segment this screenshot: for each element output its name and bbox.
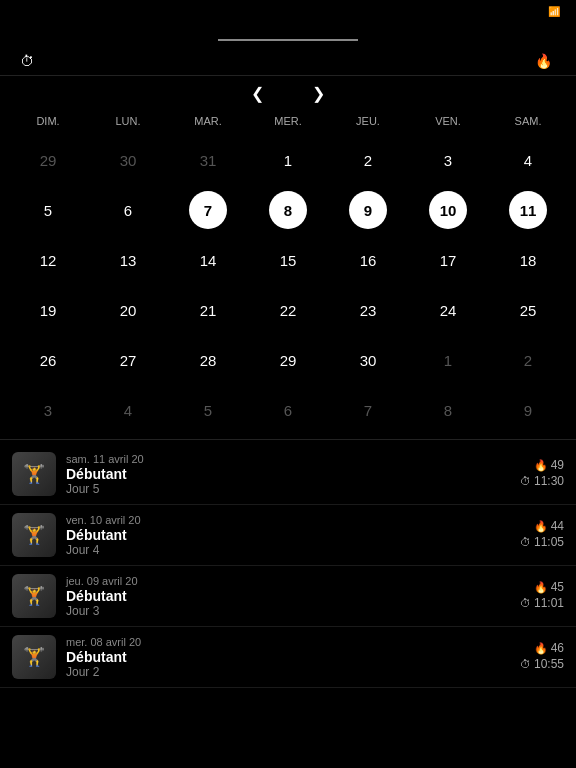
time-value: 11:01 [534, 596, 564, 610]
calendar-cell[interactable]: 6 [88, 185, 168, 235]
cal-day-name: SAM. [488, 111, 568, 131]
thumbnail-image: 🏋 [12, 574, 56, 618]
calendar-cell[interactable]: 21 [168, 285, 248, 335]
calendar-cell[interactable]: 1 [248, 135, 328, 185]
calendar-week: 19202122232425 [8, 285, 568, 335]
status-bar: 📶 [0, 0, 576, 22]
workout-info: mer. 08 avril 20 Débutant Jour 2 [66, 636, 510, 679]
calendar-cell[interactable]: 8 [408, 385, 488, 435]
cal-day-name: MER. [248, 111, 328, 131]
prev-month-button[interactable]: ❮ [251, 84, 264, 103]
calendar-cell[interactable]: 27 [88, 335, 168, 385]
thumbnail-image: 🏋 [12, 452, 56, 496]
calendar-week: 3456789 [8, 385, 568, 435]
calendar-cell[interactable]: 9 [328, 185, 408, 235]
time-stat: ⏱ 10:55 [520, 657, 564, 671]
calendar-cell[interactable]: 20 [88, 285, 168, 335]
calendar-cell[interactable]: 1 [408, 335, 488, 385]
list-item[interactable]: 🏋 sam. 11 avril 20 Débutant Jour 5 🔥 49 … [0, 444, 576, 505]
workout-date: sam. 11 avril 20 [66, 453, 510, 465]
workout-info: jeu. 09 avril 20 Débutant Jour 3 [66, 575, 510, 618]
flame-icon: 🔥 [534, 520, 548, 533]
calendar-week: 262728293012 [8, 335, 568, 385]
time-stat: ⏱ 11:30 [520, 474, 564, 488]
app-header [0, 22, 576, 29]
workout-date: mer. 08 avril 20 [66, 636, 510, 648]
workout-thumbnail: 🏋 [12, 574, 56, 618]
workout-info: sam. 11 avril 20 Débutant Jour 5 [66, 453, 510, 496]
calendar-cell[interactable]: 26 [8, 335, 88, 385]
clock-icon: ⏱ [520, 597, 531, 609]
timer-icon: ⏱ [20, 53, 34, 69]
cal-day-name: JEU. [328, 111, 408, 131]
workout-name: Débutant [66, 649, 510, 665]
cal-day-name: VEN. [408, 111, 488, 131]
wifi-icon: 📶 [548, 6, 560, 17]
workout-thumbnail: 🏋 [12, 513, 56, 557]
calendar-cell[interactable]: 19 [8, 285, 88, 335]
calendar-week: 567891011 [8, 185, 568, 235]
workout-stats: 🔥 45 ⏱ 11:01 [520, 580, 564, 612]
calendar-cell[interactable]: 30 [328, 335, 408, 385]
calendar-cell[interactable]: 16 [328, 235, 408, 285]
calendar-cell[interactable]: 17 [408, 235, 488, 285]
calendar-cell[interactable]: 29 [8, 135, 88, 185]
workout-day: Jour 5 [66, 482, 510, 496]
calendar-cell[interactable]: 7 [168, 185, 248, 235]
workout-name: Débutant [66, 527, 510, 543]
flames-stat: 🔥 49 [520, 458, 564, 472]
list-item[interactable]: 🏋 mer. 08 avril 20 Débutant Jour 2 🔥 46 … [0, 627, 576, 688]
calendar-cell[interactable]: 4 [488, 135, 568, 185]
calendar-cell[interactable]: 2 [488, 335, 568, 385]
calendar-cell[interactable]: 2 [328, 135, 408, 185]
toolbar [0, 29, 576, 47]
calendar-cell[interactable]: 11 [488, 185, 568, 235]
calendar-cell[interactable]: 5 [168, 385, 248, 435]
calendar-cell[interactable]: 7 [328, 385, 408, 435]
calendar-week: 2930311234 [8, 135, 568, 185]
calendar-cell[interactable]: 30 [88, 135, 168, 185]
cal-day-name: LUN. [88, 111, 168, 131]
list-item[interactable]: 🏋 ven. 10 avril 20 Débutant Jour 4 🔥 44 … [0, 505, 576, 566]
calendar-header: DIM.LUN.MAR.MER.JEU.VEN.SAM. [8, 107, 568, 135]
calendar-cell[interactable]: 13 [88, 235, 168, 285]
calendar-cell[interactable]: 28 [168, 335, 248, 385]
workout-date: ven. 10 avril 20 [66, 514, 510, 526]
calendar-cell[interactable]: 25 [488, 285, 568, 335]
time-stat: ⏱ 11:01 [520, 596, 564, 610]
flame-icon: 🔥 [534, 581, 548, 594]
calendar-cell[interactable]: 31 [168, 135, 248, 185]
calendar-cell[interactable]: 8 [248, 185, 328, 235]
calendar-cell[interactable]: 23 [328, 285, 408, 335]
calendar-cell[interactable]: 18 [488, 235, 568, 285]
calendar-cell[interactable]: 12 [8, 235, 88, 285]
calendar-cell[interactable]: 3 [408, 135, 488, 185]
workout-stats: 🔥 49 ⏱ 11:30 [520, 458, 564, 490]
calendar-cell[interactable]: 15 [248, 235, 328, 285]
calendar-nav: ❮ ❯ [0, 76, 576, 107]
time-value: 11:30 [534, 474, 564, 488]
next-month-button[interactable]: ❯ [312, 84, 325, 103]
calendar-cell[interactable]: 29 [248, 335, 328, 385]
calendar: DIM.LUN.MAR.MER.JEU.VEN.SAM. 29303112345… [0, 107, 576, 435]
clock-icon: ⏱ [520, 475, 531, 487]
stat-count: 🔥 [535, 53, 556, 69]
calendar-cell[interactable]: 5 [8, 185, 88, 235]
calendar-cell[interactable]: 3 [8, 385, 88, 435]
time-stat: ⏱ 11:05 [520, 535, 564, 549]
calendar-cell[interactable]: 4 [88, 385, 168, 435]
calendar-cell[interactable]: 24 [408, 285, 488, 335]
calendar-cell[interactable]: 14 [168, 235, 248, 285]
calendar-cell[interactable]: 6 [248, 385, 328, 435]
workout-name: Débutant [66, 466, 510, 482]
flames-stat: 🔥 45 [520, 580, 564, 594]
clock-icon: ⏱ [520, 658, 531, 670]
workout-list: 🏋 sam. 11 avril 20 Débutant Jour 5 🔥 49 … [0, 444, 576, 688]
clock-icon: ⏱ [520, 536, 531, 548]
thumbnail-image: 🏋 [12, 513, 56, 557]
calendar-cell[interactable]: 9 [488, 385, 568, 435]
calendar-cell[interactable]: 10 [408, 185, 488, 235]
calendar-cell[interactable]: 22 [248, 285, 328, 335]
list-item[interactable]: 🏋 jeu. 09 avril 20 Débutant Jour 3 🔥 45 … [0, 566, 576, 627]
cal-day-name: DIM. [8, 111, 88, 131]
